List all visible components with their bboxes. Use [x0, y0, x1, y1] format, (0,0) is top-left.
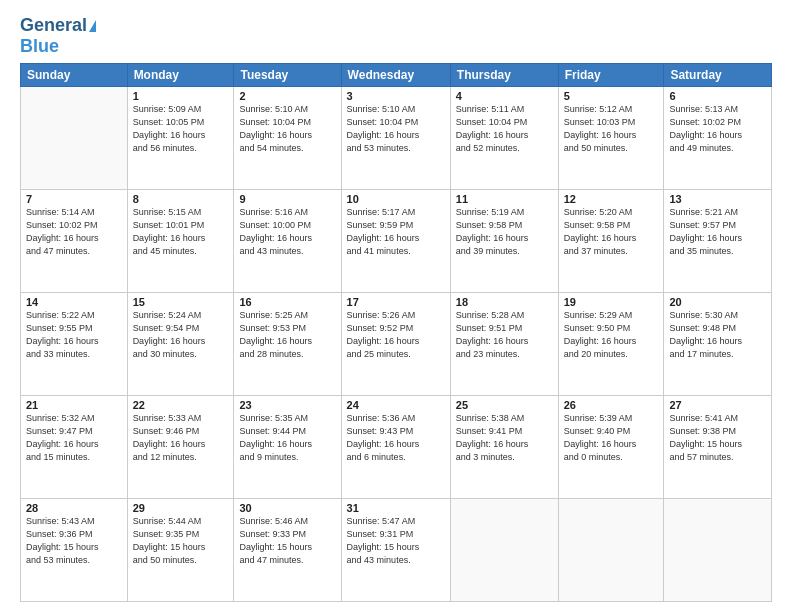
- calendar-cell: 3Sunrise: 5:10 AM Sunset: 10:04 PM Dayli…: [341, 86, 450, 189]
- calendar-header-wednesday: Wednesday: [341, 63, 450, 86]
- day-number: 10: [347, 193, 445, 205]
- day-info: Sunrise: 5:22 AM Sunset: 9:55 PM Dayligh…: [26, 309, 122, 361]
- day-info: Sunrise: 5:26 AM Sunset: 9:52 PM Dayligh…: [347, 309, 445, 361]
- day-info: Sunrise: 5:44 AM Sunset: 9:35 PM Dayligh…: [133, 515, 229, 567]
- calendar-cell: [558, 498, 664, 601]
- day-number: 24: [347, 399, 445, 411]
- day-info: Sunrise: 5:32 AM Sunset: 9:47 PM Dayligh…: [26, 412, 122, 464]
- day-info: Sunrise: 5:47 AM Sunset: 9:31 PM Dayligh…: [347, 515, 445, 567]
- day-info: Sunrise: 5:10 AM Sunset: 10:04 PM Daylig…: [239, 103, 335, 155]
- calendar-cell: 10Sunrise: 5:17 AM Sunset: 9:59 PM Dayli…: [341, 189, 450, 292]
- day-info: Sunrise: 5:14 AM Sunset: 10:02 PM Daylig…: [26, 206, 122, 258]
- calendar-week-row: 1Sunrise: 5:09 AM Sunset: 10:05 PM Dayli…: [21, 86, 772, 189]
- day-number: 6: [669, 90, 766, 102]
- calendar-header-row: SundayMondayTuesdayWednesdayThursdayFrid…: [21, 63, 772, 86]
- calendar-cell: 25Sunrise: 5:38 AM Sunset: 9:41 PM Dayli…: [450, 395, 558, 498]
- day-info: Sunrise: 5:12 AM Sunset: 10:03 PM Daylig…: [564, 103, 659, 155]
- day-info: Sunrise: 5:09 AM Sunset: 10:05 PM Daylig…: [133, 103, 229, 155]
- logo-general: General: [20, 16, 87, 36]
- calendar-cell: 18Sunrise: 5:28 AM Sunset: 9:51 PM Dayli…: [450, 292, 558, 395]
- calendar-cell: 4Sunrise: 5:11 AM Sunset: 10:04 PM Dayli…: [450, 86, 558, 189]
- day-info: Sunrise: 5:28 AM Sunset: 9:51 PM Dayligh…: [456, 309, 553, 361]
- calendar-week-row: 14Sunrise: 5:22 AM Sunset: 9:55 PM Dayli…: [21, 292, 772, 395]
- calendar-table: SundayMondayTuesdayWednesdayThursdayFrid…: [20, 63, 772, 602]
- day-number: 19: [564, 296, 659, 308]
- calendar-cell: 15Sunrise: 5:24 AM Sunset: 9:54 PM Dayli…: [127, 292, 234, 395]
- calendar-cell: 26Sunrise: 5:39 AM Sunset: 9:40 PM Dayli…: [558, 395, 664, 498]
- day-info: Sunrise: 5:46 AM Sunset: 9:33 PM Dayligh…: [239, 515, 335, 567]
- calendar-cell: 17Sunrise: 5:26 AM Sunset: 9:52 PM Dayli…: [341, 292, 450, 395]
- day-number: 2: [239, 90, 335, 102]
- calendar-header-monday: Monday: [127, 63, 234, 86]
- day-number: 15: [133, 296, 229, 308]
- day-info: Sunrise: 5:43 AM Sunset: 9:36 PM Dayligh…: [26, 515, 122, 567]
- logo-blue: Blue: [20, 36, 59, 57]
- calendar-cell: [664, 498, 772, 601]
- day-number: 29: [133, 502, 229, 514]
- calendar-cell: 7Sunrise: 5:14 AM Sunset: 10:02 PM Dayli…: [21, 189, 128, 292]
- calendar-cell: 29Sunrise: 5:44 AM Sunset: 9:35 PM Dayli…: [127, 498, 234, 601]
- day-info: Sunrise: 5:36 AM Sunset: 9:43 PM Dayligh…: [347, 412, 445, 464]
- day-info: Sunrise: 5:10 AM Sunset: 10:04 PM Daylig…: [347, 103, 445, 155]
- calendar-header-thursday: Thursday: [450, 63, 558, 86]
- calendar-cell: [21, 86, 128, 189]
- day-info: Sunrise: 5:33 AM Sunset: 9:46 PM Dayligh…: [133, 412, 229, 464]
- day-number: 4: [456, 90, 553, 102]
- day-number: 31: [347, 502, 445, 514]
- day-info: Sunrise: 5:41 AM Sunset: 9:38 PM Dayligh…: [669, 412, 766, 464]
- day-number: 23: [239, 399, 335, 411]
- logo-triangle-icon: [89, 20, 96, 32]
- calendar-cell: 31Sunrise: 5:47 AM Sunset: 9:31 PM Dayli…: [341, 498, 450, 601]
- day-info: Sunrise: 5:30 AM Sunset: 9:48 PM Dayligh…: [669, 309, 766, 361]
- day-number: 30: [239, 502, 335, 514]
- day-number: 13: [669, 193, 766, 205]
- day-number: 16: [239, 296, 335, 308]
- calendar-cell: 20Sunrise: 5:30 AM Sunset: 9:48 PM Dayli…: [664, 292, 772, 395]
- page: General Blue SundayMondayTuesdayWednesda…: [0, 0, 792, 612]
- day-info: Sunrise: 5:11 AM Sunset: 10:04 PM Daylig…: [456, 103, 553, 155]
- calendar-cell: 8Sunrise: 5:15 AM Sunset: 10:01 PM Dayli…: [127, 189, 234, 292]
- day-number: 14: [26, 296, 122, 308]
- day-info: Sunrise: 5:35 AM Sunset: 9:44 PM Dayligh…: [239, 412, 335, 464]
- calendar-cell: 13Sunrise: 5:21 AM Sunset: 9:57 PM Dayli…: [664, 189, 772, 292]
- calendar-cell: 12Sunrise: 5:20 AM Sunset: 9:58 PM Dayli…: [558, 189, 664, 292]
- day-number: 8: [133, 193, 229, 205]
- day-info: Sunrise: 5:25 AM Sunset: 9:53 PM Dayligh…: [239, 309, 335, 361]
- day-info: Sunrise: 5:20 AM Sunset: 9:58 PM Dayligh…: [564, 206, 659, 258]
- day-info: Sunrise: 5:39 AM Sunset: 9:40 PM Dayligh…: [564, 412, 659, 464]
- day-number: 11: [456, 193, 553, 205]
- day-info: Sunrise: 5:29 AM Sunset: 9:50 PM Dayligh…: [564, 309, 659, 361]
- day-info: Sunrise: 5:24 AM Sunset: 9:54 PM Dayligh…: [133, 309, 229, 361]
- calendar-cell: 30Sunrise: 5:46 AM Sunset: 9:33 PM Dayli…: [234, 498, 341, 601]
- header: General Blue: [20, 16, 772, 57]
- calendar-cell: 2Sunrise: 5:10 AM Sunset: 10:04 PM Dayli…: [234, 86, 341, 189]
- day-number: 20: [669, 296, 766, 308]
- calendar-cell: 16Sunrise: 5:25 AM Sunset: 9:53 PM Dayli…: [234, 292, 341, 395]
- day-number: 3: [347, 90, 445, 102]
- calendar-cell: 22Sunrise: 5:33 AM Sunset: 9:46 PM Dayli…: [127, 395, 234, 498]
- calendar-week-row: 7Sunrise: 5:14 AM Sunset: 10:02 PM Dayli…: [21, 189, 772, 292]
- day-info: Sunrise: 5:16 AM Sunset: 10:00 PM Daylig…: [239, 206, 335, 258]
- calendar-week-row: 21Sunrise: 5:32 AM Sunset: 9:47 PM Dayli…: [21, 395, 772, 498]
- day-number: 1: [133, 90, 229, 102]
- day-number: 9: [239, 193, 335, 205]
- calendar-cell: 24Sunrise: 5:36 AM Sunset: 9:43 PM Dayli…: [341, 395, 450, 498]
- day-info: Sunrise: 5:21 AM Sunset: 9:57 PM Dayligh…: [669, 206, 766, 258]
- calendar-header-tuesday: Tuesday: [234, 63, 341, 86]
- calendar-header-saturday: Saturday: [664, 63, 772, 86]
- calendar-cell: 6Sunrise: 5:13 AM Sunset: 10:02 PM Dayli…: [664, 86, 772, 189]
- calendar-cell: 19Sunrise: 5:29 AM Sunset: 9:50 PM Dayli…: [558, 292, 664, 395]
- calendar-cell: 21Sunrise: 5:32 AM Sunset: 9:47 PM Dayli…: [21, 395, 128, 498]
- day-number: 17: [347, 296, 445, 308]
- calendar-cell: 28Sunrise: 5:43 AM Sunset: 9:36 PM Dayli…: [21, 498, 128, 601]
- logo: General Blue: [20, 16, 96, 57]
- calendar-header-friday: Friday: [558, 63, 664, 86]
- day-number: 12: [564, 193, 659, 205]
- day-number: 26: [564, 399, 659, 411]
- day-info: Sunrise: 5:38 AM Sunset: 9:41 PM Dayligh…: [456, 412, 553, 464]
- calendar-cell: 1Sunrise: 5:09 AM Sunset: 10:05 PM Dayli…: [127, 86, 234, 189]
- day-number: 27: [669, 399, 766, 411]
- day-info: Sunrise: 5:15 AM Sunset: 10:01 PM Daylig…: [133, 206, 229, 258]
- calendar-cell: 9Sunrise: 5:16 AM Sunset: 10:00 PM Dayli…: [234, 189, 341, 292]
- calendar-cell: 5Sunrise: 5:12 AM Sunset: 10:03 PM Dayli…: [558, 86, 664, 189]
